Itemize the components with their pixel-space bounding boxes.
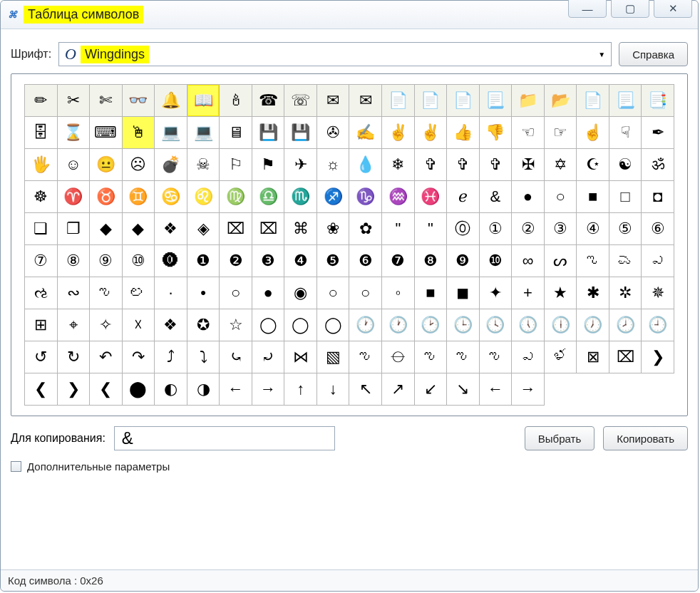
char-cell[interactable]: ⚐ (220, 149, 252, 181)
font-select[interactable]: O Wingdings ▼ (58, 42, 612, 66)
char-cell[interactable]: ⤵ (187, 341, 220, 373)
maximize-button[interactable]: ▢ (611, 0, 649, 18)
char-cell[interactable]: ↖ (349, 373, 382, 406)
char-cell[interactable]: ಌ (577, 245, 609, 277)
char-cell[interactable]: ❄ (382, 149, 415, 181)
char-cell[interactable]: ఌ (90, 277, 123, 309)
char-cell[interactable]: 🖱 (123, 117, 155, 149)
char-cell[interactable]: ○ (545, 181, 577, 213)
char-cell[interactable]: ❯ (58, 373, 91, 406)
char-cell[interactable]: ❸ (252, 245, 285, 277)
char-cell[interactable]: ✞ (480, 149, 513, 181)
char-cell[interactable]: ❶ (187, 245, 220, 277)
select-button[interactable]: Выбрать (525, 426, 595, 450)
advanced-checkbox[interactable] (11, 461, 21, 472)
char-cell[interactable]: ❮ (90, 373, 123, 406)
char-cell[interactable]: ✏ (25, 85, 58, 117)
help-button[interactable]: Справка (619, 42, 688, 66)
char-cell[interactable]: 😐 (90, 149, 123, 181)
char-cell[interactable]: ✞ (447, 149, 480, 181)
char-cell[interactable]: ◑ (187, 373, 220, 406)
minimize-button[interactable]: — (568, 0, 607, 18)
char-cell[interactable]: 🕗 (609, 309, 642, 341)
char-cell[interactable]: 🕯 (220, 85, 252, 117)
char-cell[interactable]: + (512, 277, 545, 309)
char-cell[interactable]: ▧ (317, 341, 350, 373)
char-cell[interactable]: 🕐 (349, 309, 382, 341)
char-cell[interactable]: ○ (349, 277, 382, 309)
char-cell[interactable]: ◆ (90, 213, 123, 245)
char-cell[interactable]: ✍ (349, 117, 382, 149)
copy-input[interactable] (114, 426, 335, 450)
char-cell[interactable]: ⦵ (382, 341, 415, 373)
char-cell[interactable]: ✌ (382, 117, 415, 149)
char-cell[interactable]: 📃 (609, 85, 642, 117)
char-cell[interactable]: ⑤ (609, 213, 642, 245)
char-cell[interactable]: ♏ (284, 181, 317, 213)
char-cell[interactable]: ◈ (187, 213, 220, 245)
char-cell[interactable]: ⌧ (252, 213, 285, 245)
char-cell[interactable]: ☆ (220, 309, 252, 341)
char-cell[interactable]: ◼ (447, 277, 480, 309)
char-cell[interactable]: ॐ (642, 149, 674, 181)
char-cell[interactable]: ① (480, 213, 513, 245)
char-cell[interactable]: 🕑 (415, 309, 448, 341)
char-cell[interactable]: ↻ (58, 341, 91, 373)
char-cell[interactable]: ☞ (545, 117, 577, 149)
char-cell[interactable]: ⑦ (25, 245, 58, 277)
char-cell[interactable]: ☹ (123, 149, 155, 181)
char-cell[interactable]: ♍ (220, 181, 252, 213)
char-cell[interactable]: ❾ (447, 245, 480, 277)
char-cell[interactable]: & (480, 181, 513, 213)
char-cell[interactable]: ❷ (220, 245, 252, 277)
char-cell[interactable]: ☏ (284, 85, 317, 117)
char-cell[interactable]: ✌ (415, 117, 448, 149)
char-cell[interactable]: ᔕ (545, 245, 577, 277)
char-cell[interactable]: ✡ (545, 149, 577, 181)
char-cell[interactable]: ❀ (317, 213, 350, 245)
char-cell[interactable]: ઌ (25, 277, 58, 309)
char-cell[interactable]: ☝ (577, 117, 609, 149)
char-cell[interactable]: ఌ (480, 341, 513, 373)
char-cell[interactable]: ✞ (415, 149, 448, 181)
char-cell[interactable]: ⬤ (123, 373, 155, 406)
char-cell[interactable]: ❯ (642, 341, 674, 373)
char-cell[interactable]: ల (123, 277, 155, 309)
char-cell[interactable]: ❿ (480, 245, 513, 277)
char-cell[interactable]: ◦ (382, 277, 415, 309)
char-cell[interactable]: 🕖 (577, 309, 609, 341)
char-cell[interactable]: ✦ (480, 277, 513, 309)
char-cell[interactable]: 💣 (155, 149, 187, 181)
char-cell[interactable]: ◉ (284, 277, 317, 309)
char-cell[interactable]: • (187, 277, 220, 309)
char-cell[interactable]: 📄 (382, 85, 415, 117)
char-cell[interactable]: ← (480, 373, 513, 406)
char-cell[interactable]: 📄 (415, 85, 448, 117)
char-cell[interactable]: 💻 (187, 117, 220, 149)
char-cell[interactable]: ■ (577, 181, 609, 213)
char-cell[interactable]: 👍 (447, 117, 480, 149)
char-cell[interactable]: ♉ (90, 181, 123, 213)
char-cell[interactable]: ☼ (317, 149, 350, 181)
char-cell[interactable]: ◯ (252, 309, 285, 341)
char-cell[interactable]: ⑧ (58, 245, 91, 277)
char-cell[interactable]: ♎ (252, 181, 285, 213)
char-cell[interactable]: 💧 (349, 149, 382, 181)
char-cell[interactable]: 💾 (284, 117, 317, 149)
char-cell[interactable]: → (252, 373, 285, 406)
char-cell[interactable]: ↑ (284, 373, 317, 406)
char-cell[interactable]: 📖 (187, 85, 220, 117)
char-cell[interactable]: → (512, 373, 545, 406)
char-cell[interactable]: ❼ (382, 245, 415, 277)
char-cell[interactable]: ✵ (642, 277, 674, 309)
char-cell[interactable]: 📄 (447, 85, 480, 117)
char-cell[interactable]: ⌧ (609, 341, 642, 373)
char-cell[interactable]: ❖ (155, 213, 187, 245)
char-cell[interactable]: 🗄 (25, 117, 58, 149)
char-cell[interactable]: 🖥 (220, 117, 252, 149)
char-cell[interactable]: 📃 (480, 85, 513, 117)
char-cell[interactable]: 👎 (480, 117, 513, 149)
char-cell[interactable]: 🕕 (545, 309, 577, 341)
char-cell[interactable]: ⌖ (58, 309, 91, 341)
char-cell[interactable]: ⑥ (642, 213, 674, 245)
